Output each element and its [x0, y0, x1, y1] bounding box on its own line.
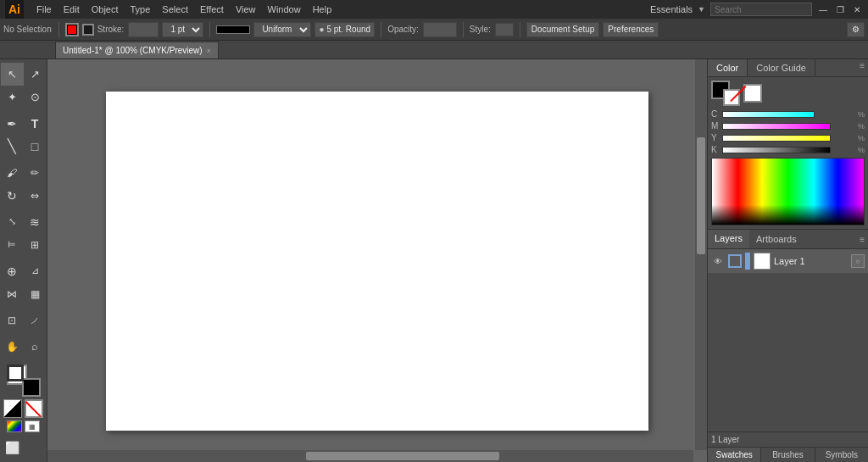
maximize-button[interactable]: ❐: [834, 3, 846, 15]
free-transform-tool[interactable]: ⊞: [24, 233, 47, 256]
menu-item-object[interactable]: Object: [86, 3, 125, 16]
key-label: K: [711, 145, 720, 154]
h-scroll-thumb[interactable]: [306, 452, 500, 460]
menu-item-file[interactable]: File: [31, 3, 58, 16]
rotate-tool[interactable]: ↻: [1, 184, 24, 207]
change-screen-mode-btn[interactable]: ⬜: [1, 436, 24, 459]
menu-item-select[interactable]: Select: [156, 3, 194, 16]
pattern-btn[interactable]: ▦: [25, 420, 40, 432]
artboard[interactable]: [106, 92, 648, 431]
column-chart-tool[interactable]: ▦: [24, 282, 47, 305]
layer-lock-btn[interactable]: [728, 254, 742, 268]
pen-tool[interactable]: ✒: [1, 112, 24, 135]
tool-row-9: ⊕ ⊿: [1, 259, 47, 282]
eyedropper-tool[interactable]: ⊿: [24, 259, 47, 282]
mirror-tool[interactable]: ⇔: [24, 184, 47, 207]
layers-header: Layers Artboards ≡: [708, 229, 868, 249]
type-tool[interactable]: T: [24, 112, 47, 135]
opacity-input[interactable]: 100%: [423, 22, 457, 37]
panel-options-button[interactable]: ⚙: [847, 22, 865, 37]
ctrl-sep3: [381, 22, 381, 37]
horizontal-scrollbar[interactable]: [47, 450, 693, 462]
document-tab[interactable]: Untitled-1* @ 100% (CMYK/Preview) ×: [55, 42, 219, 58]
menu-item-edit[interactable]: Edit: [58, 3, 86, 16]
brush-select[interactable]: Uniform: [253, 22, 311, 37]
fill-color-swatch[interactable]: [82, 24, 94, 36]
menu-item-type[interactable]: Type: [125, 3, 157, 16]
panel-bg-swatch[interactable]: [723, 89, 740, 106]
search-input[interactable]: [710, 3, 812, 16]
selection-label: No Selection: [3, 25, 52, 34]
vertical-scrollbar[interactable]: [695, 59, 707, 450]
layer-visibility-toggle[interactable]: 👁: [711, 254, 725, 268]
menu-item-view[interactable]: View: [230, 3, 262, 16]
stroke-color-swatch[interactable]: [65, 23, 79, 36]
width-tool[interactable]: ⊨: [1, 233, 24, 256]
color-panel-options[interactable]: ≡: [856, 59, 868, 76]
close-button[interactable]: ✕: [851, 3, 863, 15]
preferences-button[interactable]: Preferences: [603, 22, 659, 37]
stroke-value-input[interactable]: 1 pt: [128, 22, 159, 37]
pencil-tool[interactable]: ✏: [24, 161, 47, 184]
menu-item-help[interactable]: Help: [307, 3, 338, 16]
stroke-options-select[interactable]: 1 pt2 pt3 pt: [162, 22, 203, 37]
magenta-label: M: [711, 121, 720, 131]
color-mode-btn[interactable]: [3, 399, 22, 418]
warp-tool[interactable]: ≋: [24, 210, 47, 233]
hand-tool[interactable]: ✋: [1, 335, 24, 358]
v-scroll-thumb[interactable]: [697, 137, 705, 254]
line-tool[interactable]: ╲: [1, 135, 24, 158]
gradient-btn[interactable]: [7, 420, 22, 432]
layers-footer: 1 Layer: [708, 431, 868, 447]
brush-size-select[interactable]: ● 5 pt. Round: [314, 22, 375, 37]
direct-selection-tool[interactable]: ↗: [24, 63, 47, 86]
workspace-dropdown-icon[interactable]: ▼: [698, 5, 705, 14]
magenta-row: M %: [711, 121, 865, 131]
panel-stroke-none-btn[interactable]: [743, 84, 762, 103]
tab-color-guide[interactable]: Color Guide: [748, 59, 815, 76]
cyan-slider[interactable]: [722, 111, 815, 118]
menu-item-effect[interactable]: Effect: [194, 3, 230, 16]
layers-panel-options[interactable]: ≡: [856, 233, 868, 246]
cyan-percent-symbol: %: [858, 110, 865, 119]
canvas-scroll: [47, 59, 707, 462]
tab-symbols[interactable]: Symbols: [815, 448, 868, 462]
rect-tool[interactable]: □: [24, 135, 47, 158]
document-setup-button[interactable]: Document Setup: [526, 22, 600, 37]
magenta-slider[interactable]: [722, 123, 831, 130]
tab-brushes[interactable]: Brushes: [761, 448, 815, 462]
key-slider[interactable]: [722, 147, 831, 153]
tab-color[interactable]: Color: [708, 59, 748, 76]
minimize-button[interactable]: —: [817, 3, 829, 15]
zoom-tool[interactable]: ⌕: [24, 335, 47, 358]
key-percent-symbol: %: [858, 146, 865, 154]
cyan-label: C: [711, 109, 720, 119]
tool-row-4: ╲ □: [1, 135, 47, 158]
shape-builder-tool[interactable]: ⊕: [1, 259, 24, 282]
tab-close-button[interactable]: ×: [207, 47, 211, 55]
titlebar-menu: FileEditObjectTypeSelectEffectViewWindow…: [31, 3, 337, 16]
layer-row: 👁 Layer 1 ○: [708, 249, 868, 273]
paintbrush-tool[interactable]: 🖌: [1, 161, 24, 184]
yellow-slider[interactable]: [722, 135, 831, 142]
blend-tool[interactable]: ⋈: [1, 282, 24, 305]
color-panel-header: Color Color Guide ≡: [708, 59, 868, 77]
menu-item-window[interactable]: Window: [262, 3, 307, 16]
knife-tool[interactable]: ⟋: [24, 309, 47, 331]
tab-layers[interactable]: Layers: [708, 230, 749, 248]
layer-thumbnail: [754, 253, 771, 270]
lasso-tool[interactable]: ⊙: [24, 86, 47, 109]
scale-tool[interactable]: ⤡: [1, 210, 24, 233]
layer-name: Layer 1: [774, 256, 848, 266]
color-spectrum[interactable]: [711, 158, 865, 225]
artboard-tool[interactable]: ⊡: [1, 309, 24, 331]
tab-swatches[interactable]: Swatches: [708, 448, 761, 462]
bg-swatch-main[interactable]: [22, 378, 41, 397]
none-swatch-btn[interactable]: [25, 399, 43, 418]
selection-tool[interactable]: ↖: [1, 63, 24, 86]
stroke-swatch-main[interactable]: [7, 365, 24, 381]
magic-wand-tool[interactable]: ✦: [1, 86, 24, 109]
tab-artboards[interactable]: Artboards: [749, 231, 804, 248]
ai-logo: Ai: [5, 0, 24, 19]
layer-target-btn[interactable]: ○: [851, 254, 865, 268]
